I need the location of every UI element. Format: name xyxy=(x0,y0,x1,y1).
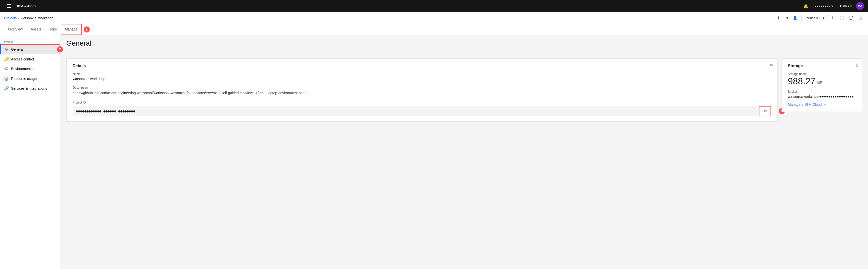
details-card: Details ✏ Name watsonx.ai workshop Descr… xyxy=(66,58,778,122)
tab-manage-container: Manage 1 xyxy=(61,24,90,35)
account-name: ●●●●●●●● xyxy=(815,4,830,7)
sidebar-item-resource-usage[interactable]: 📊 Resource usage xyxy=(0,74,60,83)
account-selector[interactable]: ●●●●●●●● ▾ xyxy=(812,0,836,12)
left-column: Details ✏ Name watsonx.ai workshop Descr… xyxy=(66,58,778,122)
name-value: watsonx.ai workshop xyxy=(73,77,771,81)
bell-icon: 🔔 xyxy=(803,4,808,8)
tabs-bar: Overview Assets Jobs Manage 1 xyxy=(0,24,868,35)
gear-icon: ⚙ xyxy=(4,47,8,52)
sidebar-item-general[interactable]: ⚙ General xyxy=(0,44,60,54)
project-id-section: Project ID ●●●●●●●●●●●●-●●●●●●-●●●●●●●● … xyxy=(73,101,771,116)
project-id-value: ●●●●●●●●●●●●-●●●●●●-●●●●●●●● xyxy=(73,107,759,116)
manage-link-label: Manage in IBM Cloud xyxy=(788,103,822,107)
chat-icon: 💬 xyxy=(848,16,854,20)
notification-button[interactable]: 🔔 xyxy=(801,1,811,11)
sidebar-item-services-integrations[interactable]: 🔗 Services & integrations xyxy=(0,83,60,93)
main-layout: Project ⚙ General 2 🔑 Access control 🏷 E… xyxy=(0,35,868,269)
description-field-group: Description https://github.ibm.com/clien… xyxy=(73,86,771,96)
add-collaborator-button[interactable]: 👤+ xyxy=(793,14,800,22)
history-icon: 🕐 xyxy=(839,16,844,20)
storage-used-label: Storage used xyxy=(788,72,856,76)
apps-button[interactable]: ⊞ xyxy=(856,14,864,22)
bucket-label: Bucket xyxy=(788,90,856,93)
launch-ide-dropdown[interactable]: Launch IDE ▾ xyxy=(801,14,828,22)
sidebar-group-label: Project xyxy=(0,38,60,44)
chevron-down-icon: ▾ xyxy=(831,4,833,8)
external-link-icon: ↗ xyxy=(823,103,826,106)
region-label: Dallas xyxy=(840,4,849,8)
hamburger-menu-button[interactable] xyxy=(4,1,14,11)
sidebar-label-general: General xyxy=(11,47,24,51)
information-icon: ℹ xyxy=(856,63,858,67)
edit-icon: ✏ xyxy=(770,63,773,67)
chevron-down-icon: ▾ xyxy=(850,4,852,8)
breadcrumb-projects-link[interactable]: Projects xyxy=(4,16,17,20)
chevron-down-icon: ▾ xyxy=(823,16,825,20)
upload-icon: ⬆ xyxy=(777,16,780,20)
tab-jobs[interactable]: Jobs xyxy=(45,24,61,35)
avatar[interactable]: MA xyxy=(856,2,864,10)
ibm-logo: IBM watsonx xyxy=(17,4,36,8)
breadcrumb-current: watsonx.ai workshop xyxy=(21,16,53,20)
information-icon: ℹ xyxy=(832,16,834,20)
copy-project-id-button[interactable]: ⧉ xyxy=(759,106,771,116)
apps-icon: ⊞ xyxy=(859,16,862,20)
right-column: Storage ℹ Storage used 988.27 MB Bucket … xyxy=(781,58,862,112)
tag-icon: 🏷 xyxy=(4,66,8,71)
export-chevron-button[interactable]: ▾ xyxy=(783,14,792,22)
sidebar-item-access-control[interactable]: 🔑 Access control xyxy=(0,54,60,64)
sidebar-label-resource-usage: Resource usage xyxy=(11,77,37,81)
storage-card-title: Storage xyxy=(788,64,856,68)
edit-details-button[interactable]: ✏ xyxy=(770,63,773,68)
chat-button[interactable]: 💬 xyxy=(847,14,855,22)
name-field-group: Name watsonx.ai workshop xyxy=(73,72,771,81)
manage-ibm-cloud-link[interactable]: Manage in IBM Cloud ↗ xyxy=(788,103,856,107)
copy-icon: ⧉ xyxy=(764,109,767,113)
content-wrapper: General Details ✏ Name watsonx.ai worksh… xyxy=(60,35,868,269)
tab-overview[interactable]: Overview xyxy=(4,24,27,35)
description-value: https://github.ibm.com/client-engineerin… xyxy=(73,90,771,96)
tab-manage[interactable]: Manage xyxy=(61,24,82,35)
launch-ide-label: Launch IDE xyxy=(805,16,822,20)
breadcrumb-bar: Projects / watsonx.ai workshop ⬆ ▾ 👤+ La… xyxy=(0,12,868,24)
hamburger-icon xyxy=(7,4,11,8)
history-button[interactable]: 🕐 xyxy=(838,14,846,22)
region-selector[interactable]: Dallas ▾ xyxy=(837,0,855,12)
sidebar: Project ⚙ General 2 🔑 Access control 🏷 E… xyxy=(0,35,60,269)
page-title: General xyxy=(66,39,862,47)
sidebar-label-environments: Environments xyxy=(11,67,33,71)
storage-value-row: 988.27 MB xyxy=(788,77,856,86)
storage-unit: MB xyxy=(816,81,823,85)
annotation-1: 1 xyxy=(84,26,90,32)
chart-icon: 📊 xyxy=(4,76,8,81)
chevron-down-icon: ▾ xyxy=(786,16,788,20)
top-navigation: IBM watsonx 🔔 ●●●●●●●● ▾ Dallas ▾ MA xyxy=(0,0,868,12)
details-card-title: Details xyxy=(73,64,771,68)
sidebar-item-environments[interactable]: 🏷 Environments xyxy=(0,64,60,74)
tab-assets[interactable]: Assets xyxy=(27,24,45,35)
sidebar-label-access-control: Access control xyxy=(11,57,34,61)
project-id-input-row: ●●●●●●●●●●●●-●●●●●●-●●●●●●●● ⧉ 3 xyxy=(73,106,771,116)
export-button[interactable]: ⬆ xyxy=(774,14,782,22)
storage-card: Storage ℹ Storage used 988.27 MB Bucket … xyxy=(781,58,862,112)
sidebar-label-services-integrations: Services & integrations xyxy=(11,86,47,90)
page-header: General xyxy=(60,35,868,47)
breadcrumb-actions: ⬆ ▾ 👤+ Launch IDE ▾ ℹ 🕐 💬 ⊞ xyxy=(774,14,864,22)
description-label: Description xyxy=(73,86,771,89)
key-icon: 🔑 xyxy=(4,57,8,61)
person-add-icon: 👤+ xyxy=(793,16,800,20)
name-label: Name xyxy=(73,72,771,76)
project-id-label: Project ID xyxy=(73,101,771,104)
storage-number: 988.27 xyxy=(788,76,815,86)
content-area: Details ✏ Name watsonx.ai workshop Descr… xyxy=(60,52,868,128)
bucket-value: watsonxaiworkshop-●●●●●●●●●●●●●●●● xyxy=(788,95,856,99)
breadcrumb: Projects / watsonx.ai workshop xyxy=(4,16,53,20)
integrations-icon: 🔗 xyxy=(4,86,8,91)
breadcrumb-separator: / xyxy=(18,16,19,20)
storage-info-button[interactable]: ℹ xyxy=(856,63,858,68)
annotation-2: 2 xyxy=(57,46,63,52)
information-button[interactable]: ℹ xyxy=(829,14,837,22)
